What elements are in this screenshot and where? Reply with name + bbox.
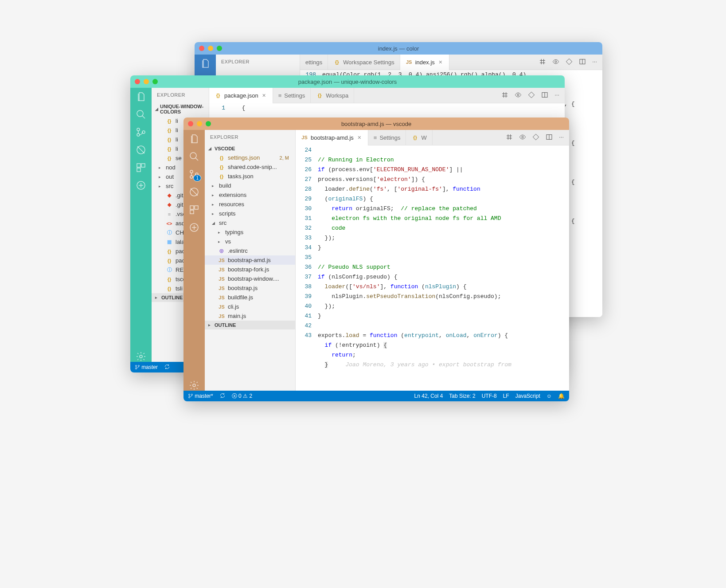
chevron-right-icon: ▸	[159, 165, 163, 170]
svg-point-29	[189, 394, 190, 396]
file-item[interactable]: JSbootstrap-fork.js	[205, 265, 295, 274]
settings-tab-icon: ≡	[374, 134, 377, 141]
close-icon[interactable]: ×	[437, 59, 444, 65]
debug-icon[interactable]	[189, 187, 199, 197]
maximize-window-button[interactable]	[152, 79, 158, 84]
window-titlebar[interactable]: bootstrap-amd.js — vscode	[183, 118, 569, 130]
split-editor-icon[interactable]	[579, 58, 586, 67]
file-item[interactable]: {}settings.json2, M	[205, 153, 295, 162]
tab-index-js[interactable]: JSindex.js×	[400, 55, 449, 70]
tab-settings[interactable]: ≡Settings	[273, 88, 311, 103]
maximize-window-button[interactable]	[206, 121, 211, 126]
close-icon[interactable]: ×	[261, 92, 267, 98]
split-editor-icon[interactable]	[541, 91, 548, 100]
html-icon: <>	[166, 221, 173, 226]
json-icon: {}	[218, 165, 225, 170]
folder-item[interactable]: ▸vs	[205, 237, 295, 246]
more-icon[interactable]: ···	[559, 133, 564, 142]
tab-settings-partial[interactable]: ettings	[300, 55, 328, 70]
diff-icon[interactable]	[532, 133, 539, 142]
split-editor-icon[interactable]	[546, 133, 553, 142]
folder-item[interactable]: ▸scripts	[205, 209, 295, 218]
extensions-icon[interactable]	[136, 162, 146, 173]
tab-bar: ettings {}Workspace Settings JSindex.js×…	[300, 55, 602, 70]
sync-icon[interactable]	[219, 392, 226, 400]
open-changes-icon[interactable]	[501, 91, 508, 100]
preview-icon[interactable]	[515, 91, 522, 100]
file-item[interactable]: JSmain.js	[205, 311, 295, 321]
file-item[interactable]: JSbootstrap-amd.js	[205, 255, 295, 265]
tab-size[interactable]: Tab Size: 2	[449, 393, 475, 399]
minimize-window-button[interactable]	[208, 46, 213, 51]
open-changes-icon[interactable]	[539, 58, 546, 67]
file-item[interactable]: {}tasks.json	[205, 172, 295, 181]
file-item[interactable]: ◎.eslintrc	[205, 246, 295, 255]
extensions-icon[interactable]	[189, 204, 199, 215]
tab-workspace-settings[interactable]: {}Workspace Settings	[328, 55, 400, 70]
cursor-position[interactable]: Ln 42, Col 4	[414, 393, 443, 399]
js-icon: JS	[406, 59, 413, 65]
preview-icon[interactable]	[519, 133, 526, 142]
settings-icon[interactable]	[189, 380, 199, 391]
svg-point-4	[137, 133, 140, 136]
eol[interactable]: LF	[503, 393, 509, 399]
folder-item[interactable]: ▸typings	[205, 227, 295, 237]
diff-icon[interactable]	[566, 58, 573, 67]
gitlens-icon[interactable]	[136, 180, 146, 191]
debug-icon[interactable]	[136, 145, 146, 155]
file-item[interactable]: {}shared.code-snip...	[205, 162, 295, 172]
branch-indicator[interactable]: master	[135, 364, 158, 370]
preview-icon[interactable]	[552, 58, 559, 67]
outline-section-header[interactable]: ▸OUTLINE	[205, 321, 295, 329]
more-icon[interactable]: ···	[592, 58, 597, 67]
gitlens-icon[interactable]	[189, 222, 199, 233]
svg-rect-9	[137, 168, 141, 172]
file-item[interactable]: JScli.js	[205, 302, 295, 311]
folder-item[interactable]: ▸build	[205, 181, 295, 190]
branch-indicator[interactable]: master*	[188, 393, 213, 399]
tab-settings[interactable]: ≡Settings	[368, 130, 406, 145]
files-icon[interactable]	[200, 58, 211, 69]
workspace-section-header[interactable]: ◢UNIQUE-WINDOW-COLORS	[152, 102, 209, 116]
more-icon[interactable]: ···	[554, 91, 559, 100]
folder-item[interactable]: ◢src	[205, 218, 295, 227]
bell-icon[interactable]: 🔔	[558, 393, 565, 399]
language-mode[interactable]: JavaScript	[515, 393, 540, 399]
sync-icon[interactable]	[164, 364, 170, 371]
window-titlebar[interactable]: package.json — unique-window-colors	[130, 75, 565, 88]
source-control-icon[interactable]: 1	[189, 169, 199, 180]
open-changes-icon[interactable]	[506, 133, 513, 142]
svg-rect-22	[190, 206, 194, 209]
svg-point-14	[136, 365, 137, 367]
svg-point-12	[517, 94, 519, 96]
folder-item[interactable]: ▸resources	[205, 200, 295, 209]
minimize-window-button[interactable]	[144, 79, 149, 84]
workspace-section-header[interactable]: ◢VSCODE	[205, 144, 295, 153]
close-window-button[interactable]	[135, 79, 140, 84]
tab-workspace-partial[interactable]: {}W	[406, 130, 432, 145]
encoding[interactable]: UTF-8	[482, 393, 497, 399]
tab-bootstrap-amd[interactable]: JSbootstrap-amd.js×	[296, 130, 368, 145]
file-item[interactable]: JSbuildfile.js	[205, 293, 295, 302]
files-icon[interactable]	[136, 91, 146, 102]
close-window-button[interactable]	[199, 46, 204, 51]
settings-icon[interactable]	[136, 351, 146, 362]
problems-indicator[interactable]: ⓧ 0 ⚠ 2	[232, 392, 252, 400]
search-icon[interactable]	[189, 151, 199, 162]
diff-icon[interactable]	[528, 91, 535, 100]
close-icon[interactable]: ×	[356, 134, 363, 141]
source-control-icon[interactable]	[136, 127, 146, 137]
maximize-window-button[interactable]	[217, 46, 222, 51]
close-window-button[interactable]	[188, 121, 193, 126]
tab-package-json[interactable]: {}package.json×	[209, 88, 273, 103]
window-titlebar[interactable]: index.js — color	[195, 42, 602, 55]
files-icon[interactable]	[189, 133, 199, 144]
code-content[interactable]: // Running in Electron if (process.env['…	[318, 145, 569, 391]
feedback-icon[interactable]: ☺	[546, 393, 552, 399]
search-icon[interactable]	[136, 109, 146, 120]
file-item[interactable]: JSbootstrap-window....	[205, 274, 295, 283]
file-item[interactable]: JSbootstrap.js	[205, 283, 295, 293]
minimize-window-button[interactable]	[197, 121, 202, 126]
tab-workspace-partial[interactable]: {}Workspa	[311, 88, 354, 103]
folder-item[interactable]: ▸extensions	[205, 190, 295, 200]
